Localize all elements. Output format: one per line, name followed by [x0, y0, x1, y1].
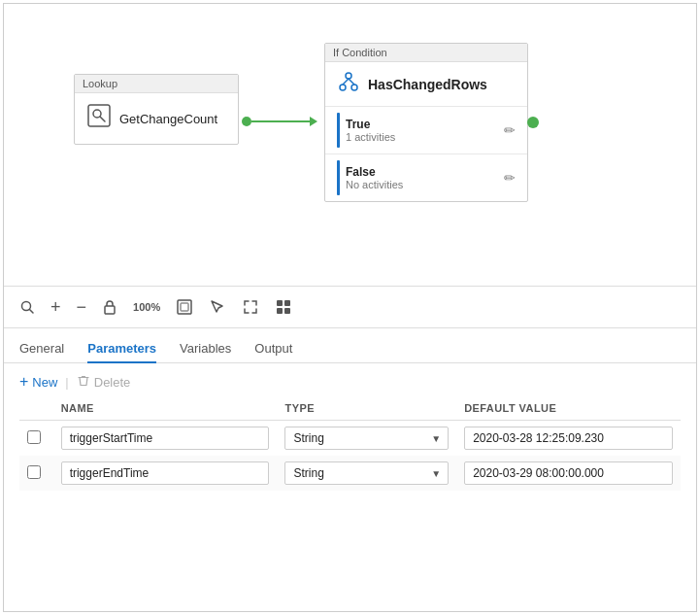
row-default-cell	[456, 456, 681, 491]
main-container: Lookup GetChangeCount If Condition	[3, 3, 697, 612]
action-bar: + New | Delete	[19, 363, 681, 398]
select-tool-icon[interactable]	[209, 298, 226, 316]
connector-arrowhead	[310, 117, 317, 126]
false-branch-content: False No activities	[346, 165, 498, 190]
minus-tool-icon[interactable]: −	[77, 297, 87, 318]
tab-output[interactable]: Output	[254, 335, 292, 363]
false-branch-sub: No activities	[346, 179, 498, 190]
delete-button[interactable]: Delete	[77, 374, 131, 391]
svg-line-6	[343, 79, 349, 85]
row-0-default-input[interactable]	[464, 427, 673, 450]
table-header-row: NAME TYPE DEFAULT VALUE	[19, 398, 681, 421]
delete-label: Delete	[94, 375, 131, 390]
tab-general[interactable]: General	[19, 335, 64, 363]
svg-line-7	[349, 79, 354, 85]
new-plus-icon: +	[19, 373, 28, 391]
svg-rect-12	[181, 303, 188, 311]
svg-point-4	[340, 85, 346, 90]
table-row: StringIntegerBooleanArrayObjectFloat▼	[19, 421, 681, 457]
false-branch-edit-icon[interactable]: ✏	[504, 170, 516, 186]
zoom-100-icon[interactable]: 100%	[133, 301, 160, 313]
add-tool-icon[interactable]: +	[50, 297, 61, 318]
false-branch-bar	[337, 160, 340, 195]
row-name-cell	[53, 456, 278, 491]
row-type-cell: StringIntegerBooleanArrayObjectFloat▼	[277, 421, 456, 457]
lookup-node-label: GetChangeCount	[119, 112, 217, 126]
row-type-select-wrap: StringIntegerBooleanArrayObjectFloat▼	[284, 461, 449, 485]
fit-view-icon[interactable]	[176, 298, 193, 316]
lock-tool-icon[interactable]	[102, 299, 117, 315]
col-header-name: NAME	[53, 398, 278, 421]
expand-icon[interactable]	[242, 298, 259, 316]
true-branch-edit-icon[interactable]: ✏	[504, 122, 516, 138]
row-1-default-input[interactable]	[464, 461, 673, 485]
row-1-name-input[interactable]	[61, 461, 270, 485]
lookup-node[interactable]: Lookup GetChangeCount	[74, 74, 239, 145]
if-node-right-connector	[527, 117, 539, 128]
canvas-area: Lookup GetChangeCount If Condition	[4, 4, 696, 286]
layout-icon[interactable]	[275, 298, 292, 316]
connector-dot-left	[242, 117, 251, 126]
tab-variables[interactable]: Variables	[180, 335, 231, 363]
svg-line-2	[100, 117, 105, 121]
svg-rect-14	[284, 300, 290, 306]
true-branch[interactable]: True 1 activities ✏	[325, 106, 527, 154]
action-separator: |	[65, 375, 68, 390]
svg-rect-0	[88, 105, 110, 126]
row-type-select-wrap: StringIntegerBooleanArrayObjectFloat▼	[284, 427, 449, 450]
lookup-icon	[86, 103, 112, 134]
true-branch-bar	[337, 113, 340, 148]
search-tool-icon[interactable]	[19, 299, 35, 315]
row-type-cell: StringIntegerBooleanArrayObjectFloat▼	[277, 456, 456, 491]
true-branch-sub: 1 activities	[346, 131, 498, 143]
parameters-section: + New | Delete NAME TYPE DEFAULT VALUE	[4, 363, 696, 611]
row-0-type-select[interactable]: StringIntegerBooleanArrayObjectFloat	[284, 427, 449, 450]
new-button[interactable]: + New	[19, 373, 57, 391]
row-0-name-input[interactable]	[61, 427, 270, 450]
connector-line	[251, 120, 310, 122]
if-node-header: If Condition	[325, 44, 527, 62]
lookup-node-header: Lookup	[75, 75, 238, 93]
false-branch[interactable]: False No activities ✏	[325, 154, 527, 201]
svg-point-3	[346, 73, 351, 79]
table-row: StringIntegerBooleanArrayObjectFloat▼	[19, 456, 681, 491]
row-name-cell	[53, 421, 278, 457]
svg-line-9	[30, 310, 34, 314]
row-default-cell	[456, 421, 681, 457]
svg-rect-16	[284, 308, 290, 314]
tabs-bar: General Parameters Variables Output	[4, 328, 696, 363]
row-1-checkbox[interactable]	[27, 465, 41, 479]
row-1-type-select[interactable]: StringIntegerBooleanArrayObjectFloat	[284, 461, 449, 485]
col-header-type: TYPE	[277, 398, 456, 421]
col-header-default: DEFAULT VALUE	[456, 398, 681, 421]
parameters-table: NAME TYPE DEFAULT VALUE StringIntegerBoo…	[19, 398, 681, 491]
row-checkbox-cell	[19, 421, 53, 457]
true-branch-name: True	[346, 118, 498, 131]
col-header-check	[19, 398, 53, 421]
row-0-checkbox[interactable]	[27, 430, 41, 444]
svg-point-5	[351, 85, 357, 90]
if-condition-node[interactable]: If Condition HasChangedRows Tr	[324, 43, 528, 202]
tab-parameters[interactable]: Parameters	[87, 335, 156, 363]
row-checkbox-cell	[19, 456, 53, 491]
svg-rect-15	[277, 308, 283, 314]
if-node-title: HasChangedRows	[368, 77, 487, 92]
false-branch-name: False	[346, 165, 498, 179]
svg-rect-11	[178, 300, 191, 314]
true-branch-content: True 1 activities	[346, 118, 498, 143]
trash-icon	[77, 374, 90, 391]
new-label: New	[32, 375, 57, 390]
connector-arrow	[242, 117, 317, 126]
svg-rect-10	[105, 306, 115, 314]
toolbar: + − 100%	[4, 286, 696, 328]
if-node-icon	[337, 70, 360, 98]
svg-rect-13	[277, 300, 283, 306]
